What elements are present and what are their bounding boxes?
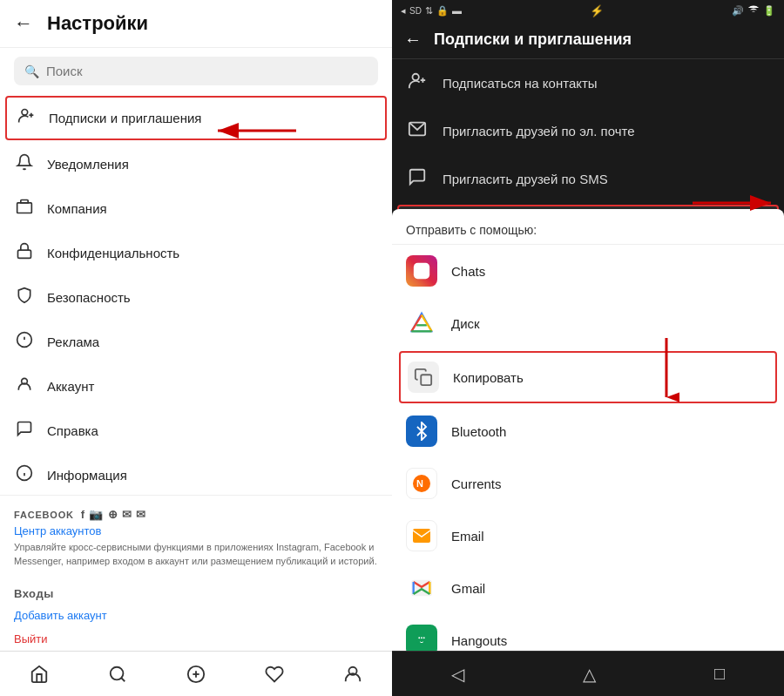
email-app-icon xyxy=(406,520,437,551)
share-item-bluetooth[interactable]: Bluetooth xyxy=(392,405,784,457)
wifi-icon xyxy=(747,3,760,17)
back-button[interactable]: ← xyxy=(14,12,33,35)
svg-rect-5 xyxy=(17,203,32,213)
left-title: Настройки xyxy=(47,12,148,35)
logout-link[interactable]: Выйти xyxy=(0,627,392,651)
share-item-currents[interactable]: N Currents xyxy=(392,457,784,510)
left-header: ← Настройки xyxy=(0,0,392,48)
account-icon xyxy=(14,375,35,397)
svg-point-49 xyxy=(418,637,420,639)
svg-rect-42 xyxy=(421,375,431,385)
menu-label-security: Безопасность xyxy=(47,290,131,305)
menu-item-help[interactable]: Справка xyxy=(0,409,392,453)
accounts-center-link[interactable]: Центр аккаунтов xyxy=(14,524,378,537)
hangouts-app-icon xyxy=(406,625,437,651)
notifications-icon xyxy=(14,153,35,175)
facebook-section: FACEBOOK f 📷 ⊕ ✉ ✉ Центр аккаунтов Управ… xyxy=(0,495,392,580)
search-icon: 🔍 xyxy=(24,64,39,78)
menu-label-subscriptions: Подписки и приглашения xyxy=(49,111,201,125)
share-item-hangouts[interactable]: Hangouts xyxy=(392,614,784,651)
info-icon xyxy=(14,464,35,486)
left-menu-list: Подписки и приглашения Уведомления Компа… xyxy=(0,94,392,495)
transfer-icon: ⇅ xyxy=(425,5,433,17)
right-nav-recents[interactable]: □ xyxy=(714,664,725,684)
facebook-social-icons: f 📷 ⊕ ✉ ✉ xyxy=(81,508,146,521)
chats-label: Chats xyxy=(451,264,485,279)
status-bar: ◂ SD ⇅ 🔒 ▬ ⚡ 🔊 🔋 xyxy=(392,0,784,21)
chats-app-icon xyxy=(406,255,437,287)
left-panel: ← Настройки 🔍 Подписки и приглашения Уве… xyxy=(0,0,392,696)
menu-item-account[interactable]: Аккаунт xyxy=(0,364,392,409)
right-header: ← Подписки и приглашения xyxy=(392,21,784,59)
ads-icon xyxy=(14,331,35,353)
right-menu-invite-email[interactable]: Пригласить друзей по эл. почте xyxy=(392,107,784,155)
svg-rect-38 xyxy=(414,263,429,279)
share-item-email[interactable]: Email xyxy=(392,510,784,562)
battery-icon: 🔋 xyxy=(763,5,775,17)
menu-item-notifications[interactable]: Уведомления xyxy=(0,142,392,186)
copy-app-icon xyxy=(408,362,439,393)
menu-item-security[interactable]: Безопасность xyxy=(0,275,392,320)
nav-search[interactable] xyxy=(96,657,139,692)
right-panel: ◂ SD ⇅ 🔒 ▬ ⚡ 🔊 🔋 ← Подписки и приглашени… xyxy=(392,0,784,696)
right-menu-label-follow: Подписаться на контакты xyxy=(443,76,598,91)
nav-heart[interactable] xyxy=(253,657,296,692)
right-back-button[interactable]: ← xyxy=(404,30,422,50)
svg-text:N: N xyxy=(416,478,423,489)
bluetooth-label: Bluetooth xyxy=(451,424,506,439)
search-bar[interactable]: 🔍 xyxy=(14,57,378,85)
svg-point-27 xyxy=(413,74,419,80)
share-item-drive[interactable]: Диск xyxy=(392,297,784,349)
security-icon xyxy=(14,287,35,308)
menu-label-info: Информация xyxy=(47,468,127,483)
share-list: Chats Диск Копировать xyxy=(392,245,784,651)
search-input[interactable] xyxy=(46,64,368,78)
menu-label-ads: Реклама xyxy=(47,334,99,349)
battery-bolt: ⚡ xyxy=(590,4,604,17)
share-overlay: Отправить с помощью: Chats Диск Копирова… xyxy=(392,209,784,651)
follow-contacts-icon xyxy=(406,71,429,95)
menu-item-subscriptions[interactable]: Подписки и приглашения xyxy=(5,96,387,140)
facebook-label: FACEBOOK f 📷 ⊕ ✉ ✉ xyxy=(14,508,378,521)
menu-item-privacy[interactable]: Конфиденциальность xyxy=(0,231,392,275)
add-account-link[interactable]: Добавить аккаунт xyxy=(0,604,392,627)
svg-point-21 xyxy=(111,666,124,679)
menu-item-info[interactable]: Информация xyxy=(0,453,392,495)
share-item-gmail[interactable]: Gmail xyxy=(392,562,784,614)
subscriptions-icon xyxy=(16,107,37,129)
company-icon xyxy=(14,198,35,220)
sim-icon: ▬ xyxy=(452,5,462,16)
email-label: Email xyxy=(451,529,484,544)
menu-item-ads[interactable]: Реклама xyxy=(0,320,392,364)
right-bottom-nav: ◁ △ □ xyxy=(392,651,784,696)
svg-point-51 xyxy=(423,637,425,639)
status-right: 🔊 🔋 xyxy=(732,3,775,17)
invite-email-icon xyxy=(406,119,429,143)
right-nav-back[interactable]: ◁ xyxy=(451,664,464,685)
svg-rect-6 xyxy=(18,250,31,258)
svg-point-2 xyxy=(22,110,28,116)
menu-label-notifications: Уведомления xyxy=(47,157,129,172)
right-menu-invite-sms[interactable]: Пригласить друзей по SMS xyxy=(392,155,784,203)
left-bottom-nav xyxy=(0,651,392,696)
right-nav-home[interactable]: △ xyxy=(583,664,596,685)
menu-label-company: Компания xyxy=(47,201,107,216)
nav-add[interactable] xyxy=(174,657,218,692)
bluetooth-app-icon xyxy=(406,416,437,447)
signal-icon: ◂ xyxy=(401,5,406,17)
right-title: Подписки и приглашения xyxy=(434,30,632,49)
gmail-app-icon xyxy=(406,572,437,604)
nav-home[interactable] xyxy=(17,657,61,692)
sd-icon: SD xyxy=(409,6,422,16)
help-icon xyxy=(14,420,35,442)
privacy-icon xyxy=(14,242,35,264)
currents-app-icon: N xyxy=(406,468,437,499)
nav-profile[interactable] xyxy=(331,657,375,692)
share-header: Отправить с помощью: xyxy=(392,209,784,245)
right-menu-follow[interactable]: Подписаться на контакты xyxy=(392,59,784,107)
menu-item-company[interactable]: Компания xyxy=(0,186,392,231)
share-item-copy[interactable]: Копировать xyxy=(399,351,777,403)
menu-label-help: Справка xyxy=(47,423,98,438)
facebook-description: Управляйте кросс-сервисными функциями в … xyxy=(14,541,378,568)
share-item-chats[interactable]: Chats xyxy=(392,245,784,297)
